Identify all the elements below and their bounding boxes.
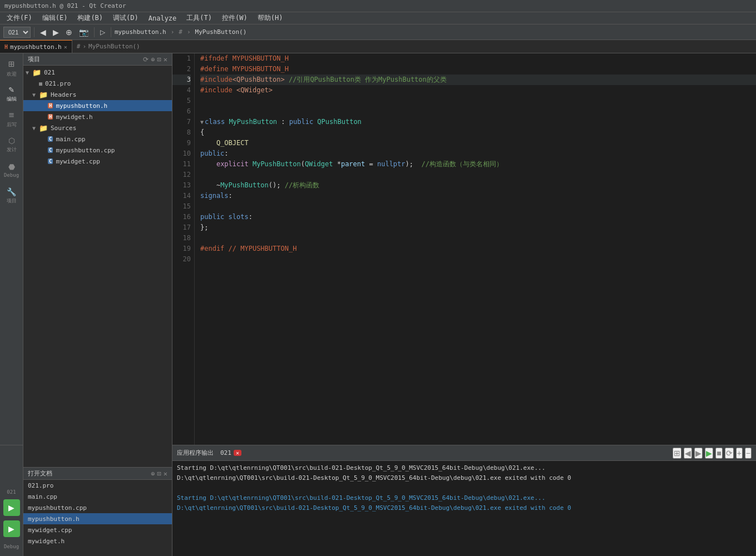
tree-pro-label: 021.pro <box>45 80 71 87</box>
code-token: Q_OBJECT <box>216 138 249 148</box>
tree-mywidget-h-label: mywidget.h <box>56 113 92 121</box>
menu-help[interactable]: 帮助(H) <box>253 12 288 24</box>
open-file-mypushbutton-h[interactable]: mypushbutton.h <box>23 513 172 524</box>
menu-file[interactable]: 文件(F) <box>2 12 37 24</box>
breadcrumb-hash-tab: # <box>77 43 81 50</box>
output-error-badge: ✕ <box>234 450 241 456</box>
tree-root-021[interactable]: ▼ 📁 021 <box>23 67 172 78</box>
toolbar-snapshot-btn[interactable]: 📷 <box>77 27 91 38</box>
run-button[interactable]: ▶ <box>3 499 20 516</box>
output-restart-btn[interactable]: ⟳ <box>725 448 734 459</box>
output-line-2: D:\qt\qtlenrning\QT001\src\build-021-Des… <box>177 473 752 483</box>
open-file-mywidget-h[interactable]: mywidget.h <box>23 535 172 547</box>
bottom-run-panel: 021 ▶ ▶ Debug <box>0 445 23 556</box>
output-stop-btn[interactable]: ■ <box>715 448 722 459</box>
tree-sources-group[interactable]: ▼ 📁 Sources <box>23 122 172 133</box>
menu-tools[interactable]: 工具(T) <box>182 12 216 24</box>
pro-file-icon: ■ <box>39 81 42 87</box>
project-float-icon[interactable]: ⊡ <box>157 56 161 63</box>
code-token: public <box>289 117 318 127</box>
sidebar-edit-btn[interactable]: ✎ 编辑 <box>1 81 22 106</box>
debug-run-button[interactable]: ▶ <box>3 520 20 537</box>
menu-build[interactable]: 构建(B) <box>73 12 107 24</box>
fold-arrow-7[interactable]: ▼ <box>200 117 204 127</box>
code-token: { <box>200 127 204 138</box>
code-token: explicit <box>216 159 253 170</box>
line-num-9: 9 <box>172 138 191 148</box>
code-token <box>200 138 216 148</box>
line-num-4: 4 <box>172 85 191 96</box>
tree-mypushbutton-cpp[interactable]: C mypushbutton.cpp <box>23 145 172 156</box>
code-line-12 <box>200 170 756 180</box>
code-token: QWidget <box>305 159 333 170</box>
code-token: signals <box>200 191 229 201</box>
code-line-1: #ifndef MYPUSHBUTTON_H <box>200 53 756 64</box>
line-num-8: 8 <box>172 127 191 138</box>
code-token: : <box>249 212 253 222</box>
code-line-4: #include <QWidget> <box>200 85 756 96</box>
project-selector[interactable]: 021 <box>3 27 31 38</box>
editor-wrapper: 1 2 3 4 5 6 7 8 9 10 11 12 13 14 15 16 1 <box>172 53 756 556</box>
cpp-file-icon-3: C <box>48 158 53 164</box>
open-files-close-icon[interactable]: ✕ <box>164 470 167 478</box>
sidebar-debug-btn[interactable]: ⬣ Debug <box>1 158 22 182</box>
open-file-mywidget-cpp[interactable]: mywidget.cpp <box>23 524 172 535</box>
code-line-7: ▼ class MyPushButton : public QPushButto… <box>200 117 756 127</box>
project-close-icon[interactable]: ✕ <box>164 56 167 63</box>
sidebar-write-btn[interactable]: ≡ 后写 <box>1 107 22 131</box>
output-content: Starting D:\qt\qtlenrning\QT001\src\buil… <box>172 461 756 556</box>
sidebar-welcome-btn[interactable]: ⊞ 欢迎 <box>1 56 22 80</box>
open-files-float-icon[interactable]: ⊡ <box>157 470 161 478</box>
line-numbers: 1 2 3 4 5 6 7 8 9 10 11 12 13 14 15 16 1 <box>172 53 195 445</box>
output-add-btn[interactable]: + <box>736 448 743 459</box>
code-line-14: signals: <box>200 191 756 201</box>
output-run-btn[interactable]: ▶ <box>705 448 713 459</box>
tree-mywidget-h[interactable]: H mywidget.h <box>23 111 172 122</box>
toolbar-sep-1 <box>34 27 34 37</box>
open-files-expand-icon[interactable]: ⊕ <box>151 470 155 478</box>
code-token: <QWidget> <box>236 85 273 96</box>
sidebar-design-label: 发计 <box>7 146 17 153</box>
sidebar-project-btn[interactable]: 🔧 项目 <box>1 183 22 208</box>
toolbar-back-btn[interactable]: ◀ <box>38 27 48 38</box>
tab-filename-display: mypushbutton.h <box>115 28 166 36</box>
tree-pro-file[interactable]: ■ 021.pro <box>23 78 172 89</box>
tree-mywidget-cpp[interactable]: C mywidget.cpp <box>23 156 172 167</box>
tab-mypushbutton-h[interactable]: H mypushbutton.h ✕ <box>0 40 72 53</box>
toolbar-home-btn[interactable]: ⊕ <box>63 27 75 38</box>
toolbar-forward-btn[interactable]: ▶ <box>51 27 61 38</box>
output-tool-btn-1[interactable]: ⊞ <box>673 448 681 459</box>
code-line-13: ~MyPushButton(); //析构函数 <box>200 180 756 191</box>
tree-headers-group[interactable]: ▼ 📁 Headers <box>23 89 172 100</box>
sidebar-design-btn[interactable]: ⬡ 发计 <box>1 132 22 157</box>
code-line-6 <box>200 106 756 117</box>
open-file-021-pro[interactable]: 021.pro <box>23 480 172 491</box>
output-next-btn[interactable]: ▶ <box>694 448 703 459</box>
code-line-17: }; <box>200 222 756 233</box>
tree-main-cpp[interactable]: C main.cpp <box>23 133 172 145</box>
code-line-10: public: <box>200 148 756 159</box>
output-minus-btn[interactable]: − <box>745 448 752 459</box>
code-token: #ifndef MYPUSHBUTTON_H <box>200 53 289 64</box>
toolbar: 021 ◀ ▶ ⊕ 📷 ▷ mypushbutton.h › # › MyPus… <box>0 24 756 40</box>
code-token: : <box>224 148 228 159</box>
menu-control[interactable]: 控件(W) <box>218 12 252 24</box>
output-prev-btn[interactable]: ◀ <box>684 448 692 459</box>
line-num-3: 3 <box>172 75 191 85</box>
code-line-18 <box>200 233 756 244</box>
open-file-mypushbutton-cpp[interactable]: mypushbutton.cpp <box>23 502 172 513</box>
code-content[interactable]: #ifndef MYPUSHBUTTON_H #define MYPUSHBUT… <box>195 53 756 445</box>
menu-edit[interactable]: 编辑(E) <box>38 12 72 24</box>
code-editor[interactable]: 1 2 3 4 5 6 7 8 9 10 11 12 13 14 15 16 1 <box>172 53 756 445</box>
toolbar-debug-mode-btn[interactable]: ▷ <box>98 27 107 37</box>
code-line-2: #define MYPUSHBUTTON_H <box>200 64 756 75</box>
menu-debug[interactable]: 调试(D) <box>108 12 143 24</box>
project-sync-icon[interactable]: ⟳ <box>143 56 149 63</box>
code-line-19: #endif // MYPUSHBUTTON_H <box>200 244 756 254</box>
project-expand-icon[interactable]: ⊕ <box>151 56 155 63</box>
open-file-main-cpp[interactable]: main.cpp <box>23 491 172 502</box>
menu-analyze[interactable]: Analyze <box>144 13 181 23</box>
tab-close-btn[interactable]: ✕ <box>64 44 67 50</box>
tree-mypushbutton-h[interactable]: H mypushbutton.h <box>23 100 172 111</box>
project-icon: 🔧 <box>7 187 16 196</box>
